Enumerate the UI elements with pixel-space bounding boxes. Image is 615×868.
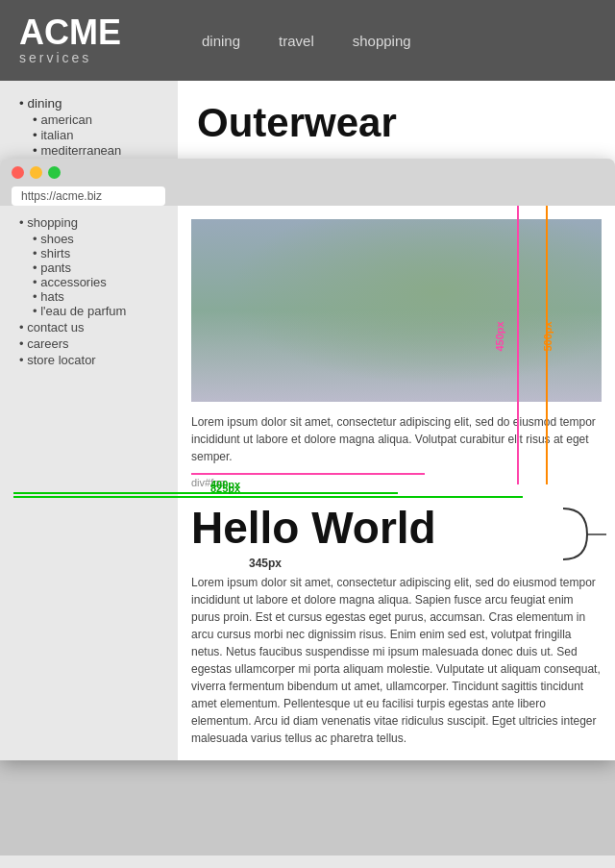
site-footer: ACME services dining travel shopping con… [0,856,615,868]
nav-dining[interactable]: dining [202,33,240,49]
browser-main-content: 450px 500px Lorem ipsum dolor sit amet, … [178,206,615,760]
measure-green-1 [13,492,398,494]
browser-sidebar-shoes[interactable]: shoes [33,232,168,246]
browser-hello-world: Hello World [191,504,436,553]
browser-sidebar-hats[interactable]: hats [33,289,168,304]
label-500px: 500px [541,321,553,351]
browser-body-layout: shopping shoes shirts pants accessories … [0,206,615,760]
page-title: Outerwear [197,100,596,146]
browser-body-text-2: Lorem ipsum dolor sit amet, consectetur … [191,574,602,747]
browser-sidebar-shirts[interactable]: shirts [33,246,168,260]
browser-minimize-button[interactable] [30,166,42,179]
browser-sidebar-careers[interactable]: careers [19,336,168,351]
browser-content: shopping shoes shirts pants accessories … [0,206,615,760]
browser-overlay: https://acme.biz shopping shoes shirts p… [0,159,615,760]
nav-shopping[interactable]: shopping [353,33,411,49]
logo-area: ACME services [19,15,183,65]
logo-acme: ACME [19,15,183,50]
browser-sidebar-parfum[interactable]: l'eau de parfum [33,304,168,318]
browser-sidebar-accessories[interactable]: accessories [33,275,168,289]
browser-maximize-button[interactable] [48,166,61,179]
browser-sidebar-contact[interactable]: contact us [19,320,168,335]
logo-services: services [19,50,183,65]
measure-pink-horizontal [191,473,425,475]
label-450px: 450px [493,321,504,351]
sidebar-item-italian[interactable]: italian [33,128,168,142]
browser-chrome: https://acme.biz [0,159,615,206]
browser-hero-image [191,219,602,402]
browser-sidebar: shopping shoes shirts pants accessories … [0,206,178,760]
measure-pink-vertical [517,206,519,484]
browser-address-bar[interactable]: https://acme.biz [12,186,165,206]
hello-bracket-svg [558,504,611,566]
sidebar-item-mediterranean[interactable]: mediterranean [33,143,168,158]
top-nav: dining travel shopping [202,33,411,49]
label-345px: 345px [249,557,602,570]
browser-div-label: div#foo [191,477,602,488]
site-header: ACME services dining travel shopping [0,0,615,81]
nav-travel[interactable]: travel [279,33,314,49]
sidebar-item-american[interactable]: american [33,112,168,127]
browser-sidebar-store-locator[interactable]: store locator [19,353,168,367]
browser-sidebar-pants[interactable]: pants [33,260,168,275]
browser-close-button[interactable] [12,166,24,179]
browser-sidebar-shopping[interactable]: shopping shoes shirts pants accessories … [19,215,168,318]
label-825px: 825px [210,483,240,494]
browser-buttons [12,166,603,179]
measure-green-2 [13,496,523,498]
browser-body-text: Lorem ipsum dolor sit amet, consectetur … [191,413,602,465]
